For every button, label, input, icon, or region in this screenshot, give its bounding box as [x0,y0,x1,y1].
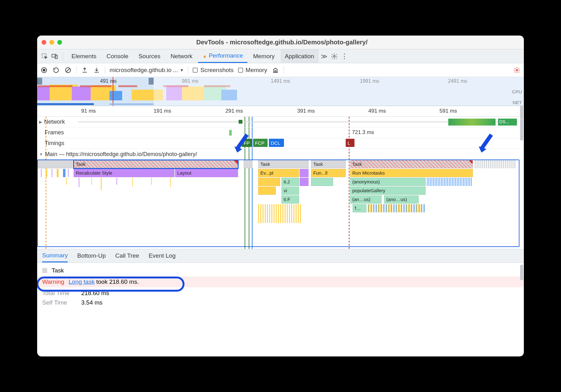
maximize-window[interactable] [57,40,62,45]
expand-icon[interactable]: ▶ [39,120,42,124]
anon2[interactable]: (an…us) [350,195,382,204]
upload-icon[interactable] [81,66,88,74]
traffic-lights [42,40,62,45]
gc-icon[interactable] [272,66,279,74]
task-bar[interactable]: Task [258,160,309,168]
lane-main-header[interactable]: ▼ Main — https://microsoftedge.github.io… [37,149,524,160]
reload-icon[interactable] [52,66,60,74]
overview-handle-right[interactable] [149,78,154,85]
evpt[interactable]: Ev...pt [258,169,299,177]
kebab-icon[interactable]: ⋮ [340,52,349,61]
devtools-window: DevTools - microsoftedge.github.io/Demos… [37,36,524,356]
f[interactable]: f… [353,204,366,212]
lane-network[interactable]: ▶ Network DS... [37,117,524,127]
run-microtasks[interactable]: Run Microtasks [350,169,473,177]
total-time-label: Total Time [42,290,77,297]
svg-point-8 [516,69,518,71]
flamechart-area[interactable]: ▶ Network DS... Frames Timings 721.3 ms … [37,117,524,249]
self-time-value: 3.54 ms [81,299,103,306]
cpu-label: CPU [512,89,522,94]
tab-calltree[interactable]: Call Tree [115,249,139,262]
screenshots-checkbox[interactable]: Screenshots [193,67,234,74]
tab-application[interactable]: Application [280,49,319,63]
annotation-arrow [233,132,251,156]
funll[interactable]: Fun...ll [311,169,346,177]
record-icon[interactable] [40,66,48,74]
summary-scrollbar[interactable] [520,265,523,280]
minimize-window[interactable] [49,40,54,45]
settings-icon[interactable] [330,52,339,61]
anonymous[interactable]: (anonymous) [350,178,426,186]
lane-frames[interactable]: Frames [37,127,524,138]
net-label: NET [513,100,522,105]
perf-toolbar: microsoftedge.github.io ...▼ Screenshots… [37,63,524,77]
layout-bar[interactable]: Layout [175,169,238,177]
titlebar: DevTools - microsoftedge.github.io/Demos… [37,36,524,49]
tab-network[interactable]: Network [166,49,197,63]
tab-elements[interactable]: Elements [67,49,101,63]
warning-icon [202,52,207,59]
time-ruler[interactable]: 91 ms 191 ms 291 ms 391 ms 491 ms 591 ms [37,106,524,117]
tab-sources[interactable]: Sources [134,49,165,63]
device-icon[interactable] [50,52,59,61]
tab-console[interactable]: Console [102,49,133,63]
anon3[interactable]: (ano…us) [384,195,419,204]
warning-row: Warning Long task took 218.60 ms. [37,277,524,287]
tiJ[interactable]: ti.J [281,178,299,186]
lane-timings[interactable]: Timings 721.3 ms FP FCP DCL L [37,138,524,149]
inspect-icon[interactable] [40,52,49,61]
tiF[interactable]: ti.F [281,195,299,204]
overview-handle-left[interactable] [37,78,42,85]
annotation-arrow [477,132,495,156]
vi[interactable]: vi [281,187,299,195]
marker-label: 721.3 ms [352,129,374,136]
memory-checkbox[interactable]: Memory [238,67,267,74]
close-window[interactable] [42,40,46,45]
capture-settings-icon[interactable] [513,66,521,74]
summary-task-name: Task [52,267,64,274]
clear-icon[interactable] [64,66,72,74]
overview-timeline[interactable]: 491 ms 991 ms 1491 ms 1991 ms 2491 ms [37,77,524,106]
panel-tabs: Elements Console Sources Network Perform… [37,49,524,63]
task-bar[interactable]: Task [311,160,346,168]
window-title: DevTools - microsoftedge.github.io/Demos… [62,39,502,46]
long-task-link[interactable]: Long task [69,278,94,285]
tab-performance[interactable]: Performance [198,49,247,63]
tab-eventlog[interactable]: Event Log [149,249,176,262]
ds-chunk: DS... [498,119,517,126]
svg-rect-2 [55,55,57,59]
collapse-icon[interactable]: ▼ [39,152,43,157]
total-time-value: 218.60 ms [81,290,109,297]
svg-point-5 [43,69,45,71]
svg-point-3 [333,55,335,57]
self-time-label: Self Time [42,299,77,306]
lanes-scrollbar[interactable] [520,119,523,141]
task-bar[interactable]: Task [350,160,473,168]
more-tabs-icon[interactable]: ≫ [320,52,329,61]
selected-task[interactable]: Task [74,160,238,168]
summary-panel: Task Warning Long task took 218.60 ms. T… [37,263,524,314]
details-tabs: Summary Bottom-Up Call Tree Event Log [37,249,524,263]
tab-memory[interactable]: Memory [249,49,279,63]
task-swatch [42,268,47,273]
target-dropdown[interactable]: microsoftedge.github.io ...▼ [110,67,184,74]
populate-gallery[interactable]: populateGallery [350,187,426,195]
warning-label: Warning [42,278,64,285]
download-icon[interactable] [93,66,100,74]
svg-line-7 [66,69,70,72]
tab-summary[interactable]: Summary [42,249,68,262]
recalc-style[interactable]: Recalculate Style [74,169,174,177]
tab-bottomup[interactable]: Bottom-Up [77,249,106,262]
